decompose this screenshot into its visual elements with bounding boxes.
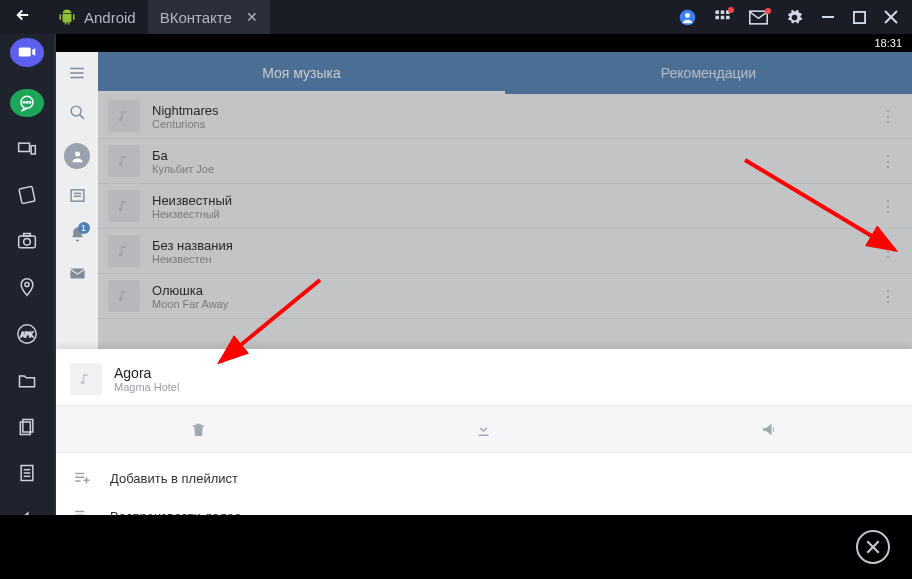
news-icon[interactable] [69,187,86,208]
titlebar: Android ВКонтакте ✕ [0,0,912,34]
launcher-camera-icon[interactable] [17,231,37,255]
svg-point-23 [25,282,29,286]
svg-point-15 [26,101,28,103]
launcher-location-icon[interactable] [17,277,37,301]
launcher-apk-icon[interactable]: APK [16,323,38,349]
back-button[interactable] [0,6,46,29]
messages-icon[interactable] [69,265,86,286]
sheet-track-title: Agora [114,365,179,381]
emulator-window: Android ВКонтакте ✕ [0,0,912,579]
system-buttons [679,9,912,26]
menu-add-playlist[interactable]: Добавить в плейлист [56,459,912,497]
playlist-add-icon [70,469,94,487]
body: APK 18:31 1 [0,34,912,579]
svg-rect-43 [70,269,84,279]
mail-icon[interactable] [749,10,768,25]
menu-icon[interactable] [68,64,86,86]
svg-rect-2 [715,10,719,14]
sheet-actions [56,405,912,453]
bottom-bar [0,515,912,579]
svg-point-21 [24,239,31,246]
delete-button[interactable] [56,406,341,452]
svg-rect-22 [24,234,31,237]
settings-icon[interactable] [786,9,803,26]
launcher-tablet-icon[interactable] [17,185,37,209]
status-time: 18:31 [874,37,902,49]
svg-rect-5 [715,15,719,19]
svg-line-38 [79,115,83,119]
minimize-button[interactable] [821,10,835,24]
svg-rect-3 [721,10,725,14]
svg-point-1 [685,12,690,17]
sheet-header: AgoraMagma Hotel [56,349,912,405]
search-icon[interactable] [69,104,86,125]
launcher-folder-icon[interactable] [17,371,37,395]
menu-label: Добавить в плейлист [110,471,238,486]
tab-android-label: Android [84,9,136,26]
svg-point-14 [23,101,25,103]
svg-text:APK: APK [21,331,35,338]
launcher-devices-icon[interactable] [17,139,37,163]
close-window-button[interactable] [884,10,898,24]
account-icon[interactable] [679,9,696,26]
app-content: 1 Моя музыка Рекомендации NightmaresCent… [56,52,912,579]
profile-avatar[interactable] [64,143,90,169]
launcher-camera-app[interactable] [10,38,44,67]
launcher-rail: APK [0,34,54,579]
tab-android[interactable]: Android [46,0,148,34]
close-ad-button[interactable] [856,530,890,564]
apps-icon[interactable] [714,9,731,26]
launcher-paste-icon[interactable] [17,463,37,487]
close-tab-icon[interactable]: ✕ [246,9,258,25]
download-button[interactable] [341,406,626,452]
broadcast-button[interactable] [627,406,912,452]
tab-vkontakte[interactable]: ВКонтакте ✕ [148,0,270,34]
svg-rect-6 [721,15,725,19]
notifications-icon[interactable]: 1 [69,226,86,247]
app-area: 18:31 1 Моя музыка Р [54,34,912,579]
svg-point-39 [75,151,80,156]
sheet-track-artist: Magma Hotel [114,381,179,393]
android-statusbar: 18:31 [56,34,912,52]
svg-point-37 [71,106,81,116]
maximize-button[interactable] [853,11,866,24]
launcher-copy-icon[interactable] [17,417,37,441]
launcher-chat-app[interactable] [10,89,44,118]
svg-rect-17 [19,143,30,151]
tab-vkontakte-label: ВКонтакте [160,9,232,26]
music-note-icon [70,363,102,395]
svg-point-16 [29,101,31,103]
svg-rect-10 [854,11,865,22]
svg-rect-7 [726,15,730,19]
svg-rect-18 [31,146,35,154]
notification-badge: 1 [78,222,90,234]
svg-rect-19 [19,186,35,203]
